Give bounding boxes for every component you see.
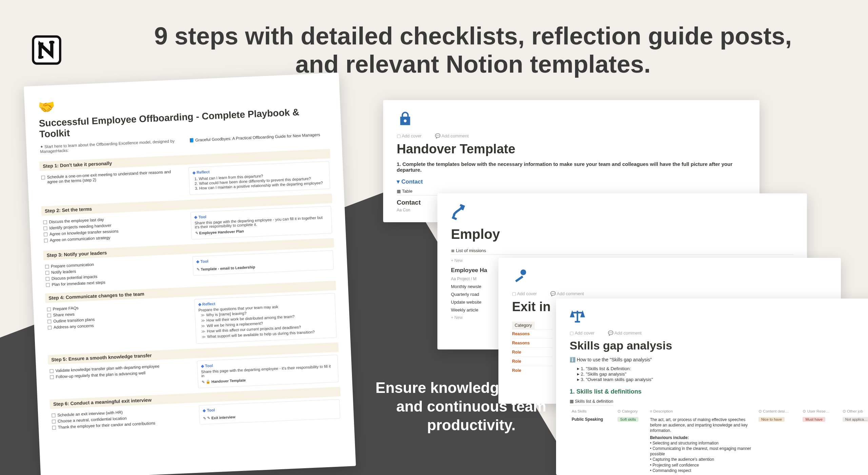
toc-item[interactable]: 2. "Skills gap analysis" bbox=[577, 371, 868, 377]
skills-table: Aa Skills ⊙ Category ≡ Description ⊙ Con… bbox=[570, 407, 868, 475]
svg-point-4 bbox=[520, 269, 526, 275]
arrows-icon bbox=[451, 204, 793, 225]
th-content-design[interactable]: ⊙ Content desi… bbox=[756, 407, 801, 415]
th-skills[interactable]: Aa Skills bbox=[570, 407, 615, 415]
skills-list-tab[interactable]: Skills list & definition bbox=[570, 399, 613, 404]
headline: 9 steps with detailed checklists, reflec… bbox=[132, 22, 814, 78]
handover-title: Handover Template bbox=[397, 142, 746, 156]
category-item[interactable]: Role bbox=[512, 347, 553, 357]
svg-rect-5 bbox=[515, 276, 523, 282]
add-cover-button[interactable]: ▢ Add cover bbox=[570, 330, 600, 336]
category-item[interactable]: Reasons bbox=[512, 329, 553, 338]
category-item[interactable]: Role bbox=[512, 366, 553, 375]
add-cover-button[interactable]: ▢ Add cover bbox=[397, 133, 428, 138]
add-comment-button[interactable]: 💬 Add comment bbox=[435, 133, 475, 138]
th-user-research[interactable]: ⊙ User Rese… bbox=[801, 407, 840, 415]
skill-description: The act, art, or process of making effec… bbox=[648, 415, 756, 475]
callout: ReflectPrepare the questions that your t… bbox=[194, 293, 337, 344]
table-tab[interactable]: Table bbox=[397, 189, 412, 194]
callout: ReflectWhat can I learn from this depart… bbox=[189, 161, 330, 195]
list-of-missions-tab[interactable]: List of missions bbox=[451, 248, 486, 253]
skills-info: How to use the "Skills gap analysis" bbox=[570, 357, 868, 362]
callout: ToolShare this page with the departing e… bbox=[197, 355, 339, 388]
th-other-job[interactable]: ⊙ Other job bbox=[841, 407, 868, 415]
category-item[interactable]: Role bbox=[512, 357, 553, 366]
category-item[interactable]: Reasons bbox=[512, 338, 553, 347]
employee-title: Employ bbox=[451, 227, 793, 242]
playbook-panel: 🤝 Successful Employee Offboarding - Comp… bbox=[24, 73, 356, 475]
handover-desc: 1. Complete the templates below with the… bbox=[397, 161, 746, 173]
add-comment-button[interactable]: 💬 Add comment bbox=[550, 291, 590, 296]
callout: ToolTemplate - email to Leadership bbox=[192, 250, 334, 276]
category-header: Category bbox=[512, 322, 535, 329]
playbook-intro-left: ✦ Start here to learn about the Offboard… bbox=[40, 138, 179, 154]
skills-gap-panel: ▢ Add cover 💬 Add comment Skills gap ana… bbox=[556, 299, 868, 475]
priority-pill: Must have bbox=[803, 417, 825, 422]
lock-icon bbox=[397, 110, 746, 131]
callout-link[interactable]: Template - email to Leadership bbox=[197, 262, 330, 272]
skill-name: Public Speaking bbox=[570, 415, 615, 475]
callout: Tool✎ Exit interview bbox=[199, 399, 340, 424]
contact-toggle[interactable]: Contact bbox=[397, 178, 746, 185]
checklist-item[interactable]: Schedule a one-on-one exit meeting to un… bbox=[41, 169, 182, 185]
th-category[interactable]: ⊙ Category bbox=[615, 407, 648, 415]
playbook-intro-link[interactable]: Graceful Goodbyes: A Practical Offboardi… bbox=[189, 132, 328, 148]
skills-title: Skills gap analysis bbox=[570, 339, 868, 352]
toc-item[interactable]: 3. "Overall team skills gap analysis" bbox=[577, 377, 868, 382]
callout: ToolShare this page with the departing e… bbox=[191, 206, 332, 240]
add-cover-button[interactable]: ▢ Add cover bbox=[512, 291, 543, 296]
notion-logo bbox=[31, 34, 63, 66]
th-description[interactable]: ≡ Description bbox=[648, 407, 756, 415]
scales-icon bbox=[570, 309, 868, 328]
add-comment-button[interactable]: 💬 Add comment bbox=[608, 330, 648, 336]
microphone-icon bbox=[512, 268, 827, 289]
skills-section-title: 1. Skills list & definitions bbox=[570, 388, 868, 395]
category-pill: Soft skills bbox=[617, 417, 638, 422]
callout-link[interactable]: ✎ Exit interview bbox=[203, 411, 336, 421]
priority-pill: Not applica… bbox=[843, 417, 868, 422]
table-row[interactable]: Public Speaking Soft skills The act, art… bbox=[570, 415, 868, 475]
priority-pill: Nice to have bbox=[758, 417, 785, 422]
caption: Ensure knowledge transfer and continuous… bbox=[366, 378, 576, 434]
toc-item[interactable]: 1. "Skills list & Definition: bbox=[577, 366, 868, 371]
